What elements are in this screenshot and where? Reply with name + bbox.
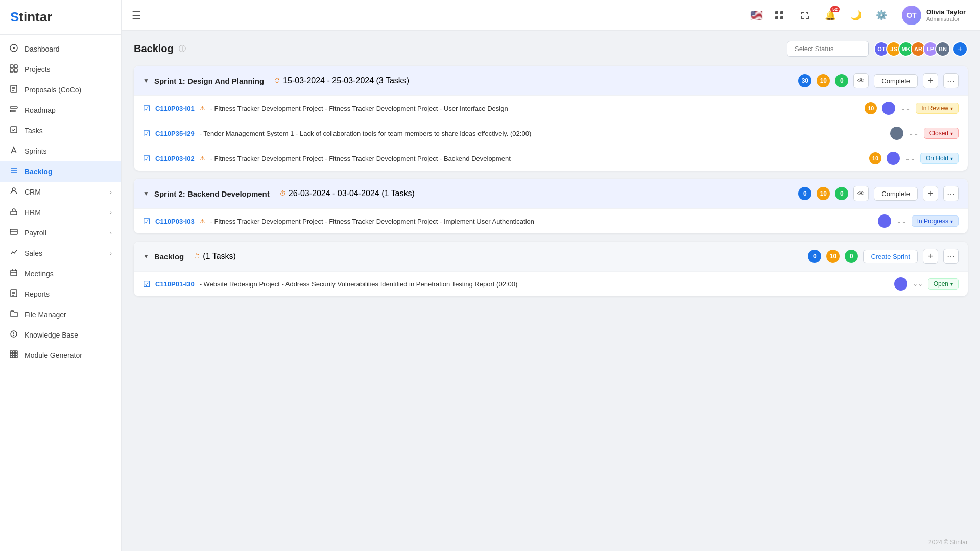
status-dropdown-chevron-0: ▾ <box>950 106 953 111</box>
task-checkbox-0[interactable]: ☑ <box>143 104 150 113</box>
task-row: ☑ C110P35-I29 - Tender Management System… <box>134 121 968 146</box>
sprint-add-button[interactable]: + <box>923 249 938 264</box>
svg-rect-2 <box>10 65 13 68</box>
notifications-icon[interactable]: 🔔 52 <box>821 6 840 25</box>
task-status-label-2: On Hold <box>926 155 948 162</box>
backlog-title: Backlog <box>134 43 174 55</box>
svg-rect-41 <box>780 11 783 14</box>
settings-icon[interactable]: ⚙️ <box>872 6 891 25</box>
sprint-header[interactable]: ▼ Backlog ⏱(1 Tasks) 0 10 0 Create Sprin… <box>134 242 968 271</box>
task-checkbox-0[interactable]: ☑ <box>143 217 150 226</box>
task-right-0: 10 ⌄⌄ In Review ▾ <box>865 102 959 115</box>
sprint-badge-blue: 0 <box>798 187 811 200</box>
sprint-badge-orange: 10 <box>817 187 830 200</box>
avatar-member-5: BN <box>935 41 950 57</box>
task-priority-chevron-0[interactable]: ⌄⌄ <box>913 280 923 288</box>
fullscreen-icon[interactable] <box>796 6 814 25</box>
task-id-0[interactable]: C110P03-I01 <box>155 105 195 112</box>
sidebar-item-knowledge-base[interactable]: Knowledge Base <box>0 325 121 345</box>
nav-chevron-payroll: › <box>110 230 112 236</box>
select-status-input[interactable] <box>787 41 869 57</box>
task-priority-chevron-0[interactable]: ⌄⌄ <box>896 218 906 225</box>
sidebar-item-roadmap[interactable]: Roadmap <box>0 100 121 121</box>
task-status-badge-1[interactable]: Closed ▾ <box>924 128 959 139</box>
user-details: Olivia Taylor Administrator <box>926 8 966 22</box>
task-checkbox-2[interactable]: ☑ <box>143 154 150 163</box>
task-status-badge-2[interactable]: On Hold ▾ <box>920 153 959 164</box>
task-assignee-avatar-0 <box>882 102 895 115</box>
task-title-0: - Website Redesign Project - Address Sec… <box>200 280 889 288</box>
sidebar-item-proposals[interactable]: Proposals (CoCo) <box>0 80 121 100</box>
sprint-more-button[interactable]: ⋯ <box>943 249 959 264</box>
task-id-0[interactable]: C110P01-I30 <box>155 280 195 288</box>
sprint-more-button[interactable]: ⋯ <box>943 186 959 201</box>
task-status-badge-0[interactable]: Open ▾ <box>928 278 959 290</box>
sprint-block-backlog-section: ▼ Backlog ⏱(1 Tasks) 0 10 0 Create Sprin… <box>134 242 968 296</box>
nav-label-sales: Sales <box>25 249 42 257</box>
apps-grid-icon[interactable] <box>770 6 788 25</box>
task-id-1[interactable]: C110P35-I29 <box>155 130 195 137</box>
task-status-badge-0[interactable]: In Review ▾ <box>916 103 959 114</box>
sidebar-item-reports[interactable]: Reports <box>0 284 121 304</box>
sprint-eye-button[interactable]: 👁 <box>853 186 869 201</box>
task-id-0[interactable]: C110P03-I03 <box>155 218 195 225</box>
svg-rect-40 <box>775 11 778 14</box>
nav-label-hrm: HRM <box>25 208 41 217</box>
task-right-0: ⌄⌄ Open ▾ <box>894 277 959 291</box>
task-priority-chevron-0[interactable]: ⌄⌄ <box>900 105 911 112</box>
sprint-badge-green: 0 <box>835 74 848 87</box>
sidebar-item-projects[interactable]: Projects <box>0 59 121 80</box>
sprint-add-button[interactable]: + <box>923 186 938 201</box>
sprint-tasks: ☑ C110P01-I30 - Website Redesign Project… <box>134 271 968 296</box>
language-flag[interactable]: 🇺🇸 <box>750 9 763 21</box>
user-info[interactable]: OT Olivia Taylor Administrator <box>898 4 970 27</box>
sidebar-item-tasks[interactable]: Tasks <box>0 121 121 141</box>
sprint-complete-button[interactable]: Complete <box>874 74 918 88</box>
task-row: ☑ C110P03-I02 ⚠ - Fitness Tracker Develo… <box>134 146 968 171</box>
sprint-more-button[interactable]: ⋯ <box>943 73 959 88</box>
sprint-header[interactable]: ▼ Sprint 2: Backend Development ⏱26-03-2… <box>134 179 968 208</box>
sprint-date: 15-03-2024 - 25-03-2024 (3 Tasks) <box>283 76 409 85</box>
sprint-collapse-chevron: ▼ <box>143 77 149 84</box>
dark-mode-icon[interactable]: 🌙 <box>847 6 865 25</box>
sidebar-item-backlog[interactable]: Backlog <box>0 161 121 182</box>
nav-label-payroll: Payroll <box>25 229 46 237</box>
task-id-2[interactable]: C110P03-I02 <box>155 155 195 162</box>
add-member-button[interactable]: + <box>952 41 968 57</box>
sidebar-item-file-manager[interactable]: File Manager <box>0 304 121 325</box>
create-sprint-button[interactable]: Create Sprint <box>863 250 918 263</box>
task-checkbox-0[interactable]: ☑ <box>143 279 150 289</box>
sidebar-item-module-generator[interactable]: Module Generator <box>0 345 121 366</box>
sprint-add-button[interactable]: + <box>923 73 938 88</box>
sidebar-item-crm[interactable]: CRM › <box>0 182 121 202</box>
sidebar-item-dashboard[interactable]: Dashboard <box>0 39 121 59</box>
sidebar-item-sprints[interactable]: Sprints <box>0 141 121 161</box>
task-priority-chevron-2[interactable]: ⌄⌄ <box>905 155 915 162</box>
nav-icon-tasks <box>9 126 18 136</box>
task-checkbox-1[interactable]: ☑ <box>143 129 150 138</box>
page-footer: 2024 © Stintar <box>122 534 980 551</box>
sidebar-item-sales[interactable]: Sales › <box>0 243 121 263</box>
sprint-name: Backlog <box>154 252 184 261</box>
sprint-eye-button[interactable]: 👁 <box>853 73 869 88</box>
task-row: ☑ C110P03-I03 ⚠ - Fitness Tracker Develo… <box>134 208 968 233</box>
sidebar-item-payroll[interactable]: Payroll › <box>0 223 121 243</box>
sprint-badge-green: 0 <box>835 187 848 200</box>
nav-label-sprints: Sprints <box>25 147 47 155</box>
sprint-clock-icon: ⏱ <box>194 253 200 260</box>
sidebar-item-meetings[interactable]: Meetings <box>0 263 121 284</box>
nav-label-projects: Projects <box>25 65 51 74</box>
menu-toggle-icon[interactable]: ☰ <box>132 9 141 21</box>
sprint-name: Sprint 2: Backend Development <box>154 189 270 198</box>
task-status-badge-0[interactable]: In Progress ▾ <box>912 215 959 227</box>
task-priority-chevron-1[interactable]: ⌄⌄ <box>909 130 919 137</box>
sidebar-item-hrm[interactable]: HRM › <box>0 202 121 223</box>
sprint-header[interactable]: ▼ Sprint 1: Design And Planning ⏱15-03-2… <box>134 66 968 95</box>
svg-rect-31 <box>10 351 12 353</box>
sprint-badge-orange: 10 <box>817 74 830 87</box>
nav-chevron-sales: › <box>110 250 112 256</box>
sidebar: Stintar Dashboard Projects Proposals (Co… <box>0 0 122 551</box>
sprint-complete-button[interactable]: Complete <box>874 187 918 201</box>
backlog-info-icon[interactable]: ⓘ <box>179 44 186 54</box>
svg-point-17 <box>12 188 15 191</box>
